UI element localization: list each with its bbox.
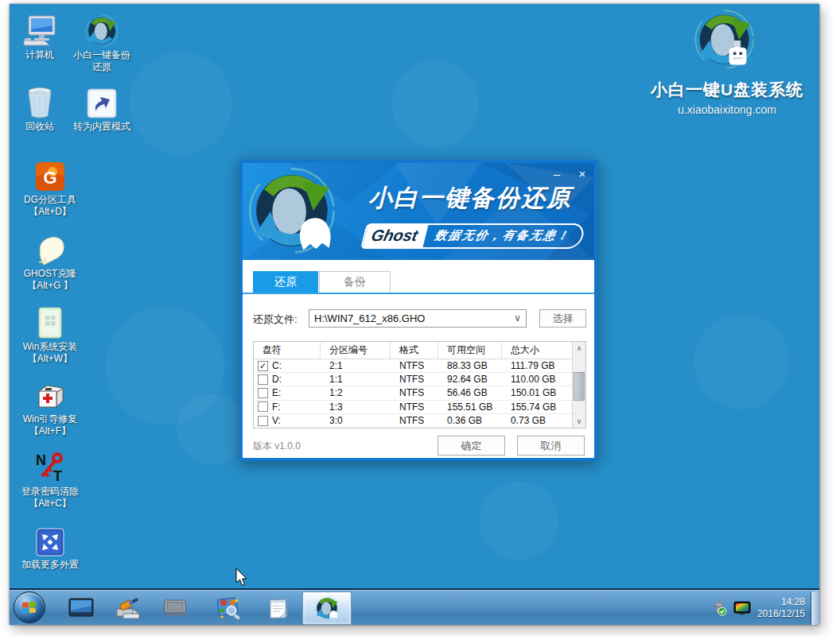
header-free: 可用空间 [438,342,502,359]
usb-safely-remove-icon[interactable] [711,600,727,616]
cell-total: 110.00 GB [502,373,574,386]
desktop-icon-recycle-bin[interactable]: 回收站 [10,84,75,133]
display-settings-icon[interactable] [733,601,751,615]
dialog-footer: 版本 v1.0.0 确定 取消 [243,433,594,458]
cell-format: NTFS [391,386,438,399]
close-button[interactable]: × [575,166,589,180]
checkbox-unchecked[interactable] [258,401,268,412]
memory-chip-icon [161,597,190,619]
taskbar-active-app-button[interactable] [302,591,352,625]
mouse-cursor [235,568,248,587]
taskbar-disk-tool-button[interactable] [113,592,143,624]
dg-tool-icon: G [15,157,85,192]
header-format: 格式 [391,342,438,359]
tab-restore[interactable]: 还原 [253,271,318,293]
desktop-icon-xiaobai-backup[interactable]: 小白一键备份 还原 [67,13,137,73]
cell-total: 155.74 GB [502,401,574,413]
taskbar-memory-tool-button[interactable] [161,592,191,624]
taskbar-utility-tool-button[interactable] [213,592,245,624]
dialog-logo-icon [247,166,336,258]
checkbox-checked[interactable]: ✓ [258,361,268,371]
brand-url: u.xiaobaixitong.com [636,103,818,116]
desktop-icon-dg-partition[interactable]: G DG分区工具 【Alt+D】 [15,157,85,218]
cancel-button[interactable]: 取消 [517,436,585,456]
dialog-banner: 小白一键备份还原 Ghost 数据无价，有备无患！ – × [243,163,594,260]
table-row-c[interactable]: ✓C: 2:1 NTFS 88.33 GB 111.79 GB [254,359,572,373]
table-body: ✓C: 2:1 NTFS 88.33 GB 111.79 GB D: 1:1 N… [254,359,572,428]
restore-file-label: 还原文件: [253,312,298,327]
cell-free: 56.46 GB [438,386,502,399]
svg-text:T: T [53,468,62,484]
brand-logo-block: 小白一键U盘装系统 u.xiaobaixitong.com [636,9,818,116]
start-button[interactable] [14,591,45,623]
nt-key-icon: N T [15,449,85,484]
cell-drive: D: [272,374,282,385]
tray-clock[interactable]: 14:28 2016/12/15 [757,596,805,620]
tray-time: 14:28 [757,596,805,608]
header-drive: 盘符 [254,342,321,359]
installer-card-icon [15,304,85,339]
minimize-button[interactable]: – [550,166,564,180]
desktop-icon-load-more[interactable]: 加载更多外置 [15,522,85,571]
desktop-icon-internal-mode[interactable]: 转为内置模式 [67,84,137,133]
restore-file-combobox[interactable]: H:\WIN7_612_x86.GHO ∨ [309,309,527,328]
choose-file-button[interactable]: 选择 [539,309,586,328]
cell-free: 155.51 GB [438,401,502,413]
checkbox-unchecked[interactable] [258,416,268,426]
chevron-down-icon[interactable]: ∨ [514,312,521,324]
recycle-bin-icon [10,84,75,119]
tab-backup[interactable]: 备份 [319,271,391,293]
cell-partition: 3:0 [321,414,391,428]
bokeh-circle [479,481,558,560]
cell-drive: E: [272,387,281,398]
computer-icon [10,13,75,48]
table-row-v[interactable]: V: 3:0 NTFS 0.36 GB 0.73 GB [254,414,572,428]
taskbar-notepad-button[interactable] [262,592,293,624]
bokeh-circle [129,52,232,155]
ghost-icon [15,231,85,266]
table-row-d[interactable]: D: 1:1 NTFS 92.64 GB 110.00 GB [254,373,572,386]
cell-total: 0.73 GB [502,414,574,428]
checkbox-unchecked[interactable] [258,388,268,398]
expand-arrows-icon [15,522,85,557]
sync-arrows-icon [67,13,137,48]
desktop-icon-label: 计算机 [10,49,75,61]
table-row-f[interactable]: F: 1:3 NTFS 155.51 GB 155.74 GB [254,401,572,414]
desktop-icon-password-clear[interactable]: N T 登录密码清除 【Alt+C】 [15,449,85,510]
brand-usb-logo-icon [636,9,818,76]
windows-flag-icon [22,601,37,614]
desktop-icon-boot-repair[interactable]: Win引导修复 【Alt+F】 [15,377,85,437]
cell-free: 92.64 GB [438,373,502,386]
ghost-badge: Ghost [363,225,429,247]
cell-partition: 1:2 [321,386,391,399]
scroll-down-icon[interactable]: ∨ [573,415,585,428]
cell-format: NTFS [391,373,438,386]
scroll-up-icon[interactable]: ∧ [573,342,585,355]
cell-partition: 1:1 [321,373,391,386]
partition-table: 盘符 分区编号 格式 可用空间 总大小 ✓C: 2:1 NTFS 88.33 G… [253,341,586,429]
bokeh-circle [694,314,789,409]
table-scrollbar[interactable]: ∧ ∨ [572,342,585,428]
desktop-screen: 计算机 小白一键备份 还原 回收站 转为内置模式 [10,4,819,625]
cell-format: NTFS [391,414,438,428]
taskbar-display-tool-button[interactable] [67,592,95,624]
cell-drive: F: [272,401,281,413]
show-desktop-button[interactable] [811,591,819,625]
desktop-icon-win-install[interactable]: Win系统安装 【Alt+W】 [15,304,85,365]
ok-button[interactable]: 确定 [438,436,505,456]
cell-format: NTFS [391,401,438,413]
cell-drive: C: [272,360,282,371]
tray-date: 2016/12/15 [757,608,805,620]
cell-partition: 2:1 [321,359,391,372]
cell-drive: V: [272,415,281,426]
notepad-icon [265,596,290,620]
scrollbar-thumb[interactable] [574,372,585,401]
disk-brush-icon [114,596,142,620]
desktop-icon-computer[interactable]: 计算机 [10,13,75,61]
taskbar: 14:28 2016/12/15 [10,588,819,625]
desktop-icon-ghost-clone[interactable]: GHOST克隆 【Alt+G 】 [15,231,85,292]
cell-total: 150.01 GB [502,386,574,399]
checkbox-unchecked[interactable] [258,374,268,385]
restore-file-value: H:\WIN7_612_x86.GHO [314,312,425,324]
table-row-e[interactable]: E: 1:2 NTFS 56.46 GB 150.01 GB [254,386,572,400]
